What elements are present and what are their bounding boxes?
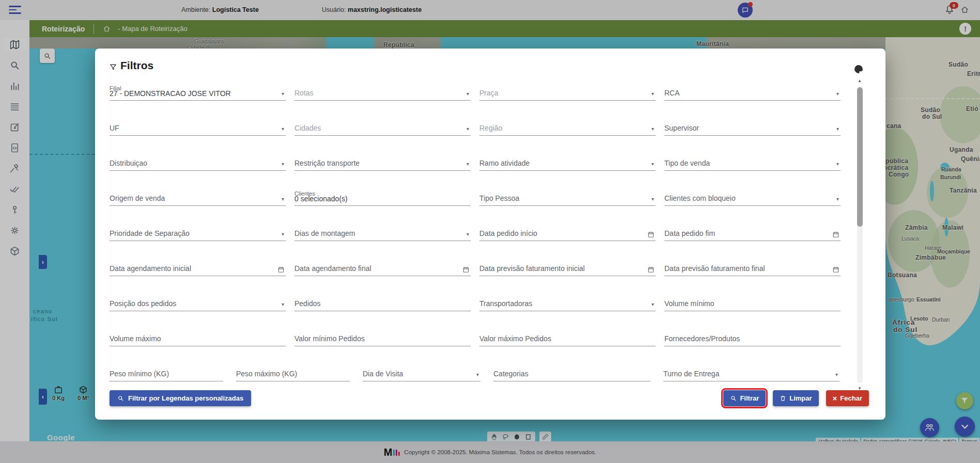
field-peso-maximo-kg[interactable]: Peso máximo (KG) — [236, 358, 350, 381]
trash-icon — [780, 395, 786, 402]
field-data-previsao-faturamento-inicial[interactable]: Data previsão faturamento inicial — [479, 253, 656, 276]
dropdown-arrow-icon: ▾ — [282, 126, 284, 132]
field-clientes-com-bloqueio[interactable]: Clientes com bloqueio▾ — [664, 183, 841, 206]
field-label: Praça — [479, 89, 499, 97]
app-window: › ‹ 0 Kg 0 M³ Google At — [0, 0, 980, 463]
field-data-agendamento-inicial[interactable]: Data agendamento inicial — [110, 253, 286, 276]
dropdown-arrow-icon: ▾ — [835, 372, 838, 377]
modal-actions: Filtrar Limpar × Fechar — [723, 390, 869, 406]
field-label: Turno de Entrega — [663, 370, 719, 378]
modal-title: Filtros — [109, 59, 153, 72]
field-ramo-atividade[interactable]: Ramo atividade▾ — [479, 148, 656, 171]
field-restricao-transporte[interactable]: Restrição transporte▾ — [294, 148, 471, 171]
field-categorias[interactable]: Categorias — [493, 358, 650, 381]
field-valor-minimo-pedidos[interactable]: Valor mínimo Pedidos — [294, 323, 471, 346]
field-label: Dias de montagem — [294, 229, 355, 237]
field-fornecedores-produtos[interactable]: Fornecedores/Produtos — [664, 323, 841, 346]
field-label: Peso mínimo (KG) — [110, 370, 169, 378]
scroll-down-icon[interactable]: ▼ — [858, 386, 862, 391]
field-label: Data agendamento final — [294, 264, 371, 273]
field-dias-de-montagem[interactable]: Dias de montagem▾ — [294, 218, 471, 241]
dropdown-arrow-icon: ▾ — [282, 301, 284, 307]
filter-row: Volume máximoValor mínimo PedidosValor m… — [110, 323, 841, 346]
filter-row: UF▾Cidades▾Região▾Supervisor▾ — [110, 113, 841, 136]
field-turno-de-entrega[interactable]: Turno de Entrega▾ — [663, 358, 839, 381]
field-label: Clientes com bloqueio — [664, 194, 736, 202]
field-label: Data pedido início — [479, 229, 537, 237]
field-label: Volume máximo — [110, 334, 161, 343]
field-pedidos[interactable]: Pedidos — [294, 288, 471, 311]
scrollbar-thumb[interactable] — [857, 87, 863, 227]
funnel-icon — [109, 61, 117, 70]
filter-by-custom-legends-button[interactable]: Filtrar por Legendas personalizadas — [110, 390, 251, 406]
field-dia-de-visita[interactable]: Dia de Visita▾ — [363, 358, 480, 381]
field-label: Data pedido fim — [664, 229, 715, 237]
field-uf[interactable]: UF▾ — [110, 113, 286, 136]
dropdown-arrow-icon: ▾ — [466, 91, 469, 97]
field-posicao-dos-pedidos[interactable]: Posição dos pedidos▾ — [110, 288, 286, 311]
field-prioridade-de-separacao[interactable]: Prioridade de Separação▾ — [110, 218, 286, 241]
scrollbar-track[interactable] — [857, 86, 863, 383]
dropdown-arrow-icon: ▾ — [836, 91, 839, 97]
field-clientes[interactable]: Clientes0 selecionado(s) — [294, 183, 471, 206]
field-label: Prioridade de Separação — [110, 229, 190, 237]
filter-row: Origem de venda▾Clientes0 selecionado(s)… — [110, 183, 841, 206]
filtrar-button[interactable]: Filtrar — [723, 390, 766, 406]
field-data-previsao-faturamento-final[interactable]: Data previsão faturamento final — [664, 253, 841, 276]
search-icon — [730, 395, 737, 402]
field-regiao[interactable]: Região▾ — [479, 113, 656, 136]
field-value: 27 - DEMONSTRACAO JOSE VITOR — [110, 89, 231, 98]
field-label: UF — [110, 124, 119, 132]
dropdown-arrow-icon: ▾ — [466, 231, 469, 237]
field-rca[interactable]: RCA▾ — [664, 77, 841, 101]
filter-fields-grid: Filial27 - DEMONSTRACAO JOSE VITOR▾Rotas… — [110, 77, 841, 393]
field-volume-maximo[interactable]: Volume máximo — [110, 323, 286, 346]
field-tipo-de-venda[interactable]: Tipo de venda▾ — [664, 148, 841, 171]
field-supervisor[interactable]: Supervisor▾ — [664, 113, 841, 136]
search-icon — [117, 395, 124, 402]
field-label: Data agendamento inicial — [110, 264, 191, 273]
field-praca[interactable]: Praça▾ — [479, 77, 656, 101]
field-filial[interactable]: Filial27 - DEMONSTRACAO JOSE VITOR▾ — [110, 77, 286, 101]
filter-row: Posição dos pedidos▾PedidosTransportador… — [110, 288, 841, 311]
field-data-pedido-fim[interactable]: Data pedido fim — [664, 218, 841, 241]
field-data-agendamento-final[interactable]: Data agendamento final — [294, 253, 471, 276]
filter-row: Filial27 - DEMONSTRACAO JOSE VITOR▾Rotas… — [110, 77, 841, 101]
field-transportadoras[interactable]: Transportadoras▾ — [479, 288, 656, 311]
dropdown-arrow-icon: ▾ — [282, 196, 284, 202]
field-value: 0 selecionado(s) — [294, 195, 348, 203]
field-rotas[interactable]: Rotas▾ — [294, 77, 471, 101]
dropdown-arrow-icon: ▾ — [836, 126, 839, 132]
dropdown-arrow-icon: ▾ — [651, 161, 654, 167]
limpar-button[interactable]: Limpar — [773, 390, 818, 406]
field-valor-maximo-pedidos[interactable]: Valor máximo Pedidos — [479, 323, 656, 346]
field-label: Supervisor — [664, 124, 699, 132]
filter-row: Data agendamento inicialData agendamento… — [110, 253, 841, 276]
calendar-icon — [647, 231, 655, 238]
field-peso-minimo-kg[interactable]: Peso mínimo (KG) — [110, 358, 223, 381]
palette-icon[interactable] — [853, 64, 864, 74]
field-label: Pedidos — [294, 299, 321, 308]
field-distribuicao[interactable]: Distribuiçao▾ — [110, 148, 286, 171]
fechar-button[interactable]: × Fechar — [826, 390, 869, 406]
field-label: Região — [479, 124, 502, 132]
field-tipo-pessoa[interactable]: Tipo Pessoa▾ — [479, 183, 656, 206]
field-label: Tipo de venda — [664, 159, 710, 167]
field-volume-minimo[interactable]: Volume mínimo — [664, 288, 841, 311]
field-cidades[interactable]: Cidades▾ — [294, 113, 471, 136]
field-origem-de-venda[interactable]: Origem de venda▾ — [110, 183, 286, 206]
dropdown-arrow-icon: ▾ — [282, 91, 284, 97]
dropdown-arrow-icon: ▾ — [651, 91, 654, 97]
scroll-up-icon[interactable]: ▲ — [858, 78, 862, 83]
field-label: RCA — [664, 89, 680, 97]
field-label: Data previsão faturamento final — [664, 264, 765, 273]
field-label: Transportadoras — [479, 299, 532, 308]
field-data-pedido-inicio[interactable]: Data pedido início — [479, 218, 656, 241]
dropdown-arrow-icon: ▾ — [651, 126, 654, 132]
field-label: Fornecedores/Produtos — [664, 334, 740, 343]
modal-scrollbar[interactable]: ▲ ▼ — [857, 79, 863, 390]
dropdown-arrow-icon: ▾ — [836, 161, 839, 167]
dropdown-arrow-icon: ▾ — [466, 161, 469, 167]
field-label: Valor mínimo Pedidos — [294, 334, 365, 343]
dropdown-arrow-icon: ▾ — [476, 372, 479, 377]
